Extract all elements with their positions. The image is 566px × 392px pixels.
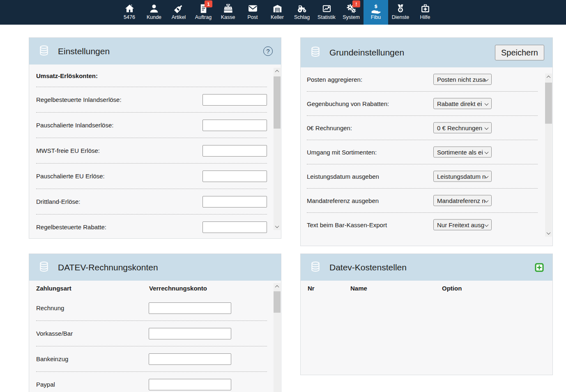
column-header: Nr: [308, 285, 315, 292]
dropdown-select[interactable]: Sortimente als ei: [433, 147, 492, 158]
account-input[interactable]: [202, 221, 267, 233]
settings-select-row: Gegenbuchung von Rabatten: Rabatte direk…: [307, 92, 538, 116]
panel-datev-rechnungskonten-header: DATEV-Rechnungskonten: [29, 254, 281, 281]
dropdown-select[interactable]: Posten nicht zusa: [433, 74, 492, 85]
scrollbar[interactable]: [274, 68, 281, 230]
field-label: Posten aggregieren:: [307, 76, 362, 83]
database-icon: [310, 46, 321, 59]
nav-item-kunde[interactable]: Kunde: [142, 0, 166, 25]
hand-dollar-icon: $: [370, 3, 381, 14]
panel-datev-rechnungskonten: DATEV-Rechnungskonten Zahlungsart Verrec…: [29, 254, 281, 392]
panel-einstellungen-header: Einstellungen ?: [29, 38, 281, 65]
field-label: Umgang mit Sortimenten:: [307, 149, 377, 156]
section-title: Umsatz-Erlöskonten:: [36, 65, 267, 87]
notification-badge: 1: [205, 0, 212, 7]
payment-account-row: Rechnung: [36, 295, 267, 321]
field-label: Pauschalierte EU Erlöse:: [36, 173, 105, 180]
settings-select-row: Leistungsdatum ausgeben Leistungsdatum n: [307, 164, 538, 189]
verrechnungskonto-input[interactable]: [149, 353, 231, 365]
nav-item-label: Hilfe: [420, 14, 430, 20]
add-kostenstelle-button[interactable]: [534, 263, 544, 272]
panel-grundeinstellungen-header: Grundeinstellungen Speichern: [301, 38, 552, 67]
settings-select-row: Mandatreferenz ausgeben Mandatreferenz n: [307, 189, 538, 213]
field-label: Drittland-Erlöse:: [36, 198, 81, 205]
notification-badge: !: [352, 0, 360, 7]
nav-item-system[interactable]: ! System: [339, 0, 364, 25]
warehouse-icon: [272, 3, 283, 14]
panel-title: Einstellungen: [58, 46, 110, 56]
nav-item-artikel[interactable]: Artikel: [166, 0, 191, 25]
nav-item-auftrag[interactable]: 1 Auftrag: [191, 0, 216, 25]
user-icon: [149, 3, 159, 14]
account-input[interactable]: [202, 196, 267, 208]
dropdown-select[interactable]: Rabatte direkt ei: [433, 98, 492, 109]
dropdown-select[interactable]: 0 € Rechnungen: [433, 122, 492, 134]
panel-datev-kostenstellen: Datev-Kostenstellen Nr Name Option: [300, 254, 553, 375]
scroll-up-icon[interactable]: [274, 68, 281, 75]
chevron-down-icon: [485, 101, 489, 106]
field-label: Regelbesteuerte Rabatte:: [36, 224, 106, 231]
nav-item-label: Artikel: [172, 14, 186, 20]
account-input[interactable]: [202, 94, 267, 106]
nav-item-schlag[interactable]: Schlag: [290, 0, 314, 25]
field-label: MWST-freie EU Erlöse:: [36, 147, 100, 154]
nav-item-keller[interactable]: Keller: [265, 0, 290, 25]
chevron-down-icon: [485, 126, 489, 130]
scrollbar-thumb[interactable]: [545, 83, 552, 124]
panel-datev-kostenstellen-header: Datev-Kostenstellen: [301, 254, 552, 281]
scroll-up-icon[interactable]: [274, 283, 281, 290]
account-input[interactable]: [202, 120, 267, 131]
scrollbar-thumb[interactable]: [274, 291, 281, 313]
account-input[interactable]: [202, 145, 267, 157]
verrechnungskonto-input[interactable]: [149, 328, 231, 339]
home-icon: [124, 3, 135, 14]
panel-title: Grundeinstellungen: [329, 48, 404, 58]
mail-icon: [248, 3, 258, 14]
panel-grundeinstellungen: Grundeinstellungen Speichern Posten aggr…: [300, 37, 553, 246]
settings-field-row: Regelbesteuerte Rabatte:: [36, 214, 267, 240]
account-input[interactable]: [202, 171, 267, 182]
scrollbar-thumb[interactable]: [274, 76, 281, 129]
nav-item-hilfe[interactable]: Hilfe: [413, 0, 437, 25]
scrollbar[interactable]: [274, 283, 281, 392]
settings-select-row: 0€ Rechnungen: 0 € Rechnungen: [307, 116, 538, 140]
settings-field-row: Pauschalierte EU Erlöse:: [36, 164, 267, 189]
field-label: Pauschalierte Inlandserlöse:: [36, 122, 113, 129]
field-label: Leistungsdatum ausgeben: [307, 173, 379, 180]
dropdown-select[interactable]: Leistungsdatum n: [433, 171, 492, 182]
nav-item-label: Statistik: [318, 14, 336, 20]
payment-account-row: Bankeinzug: [36, 346, 267, 372]
payment-account-row: Vorkasse/Bar: [36, 321, 267, 346]
column-header: Zahlungsart: [36, 285, 71, 292]
nav-item-label: Auftrag: [195, 14, 212, 20]
scrollbar[interactable]: [545, 74, 552, 237]
nav-item-statistik[interactable]: Statistik: [314, 0, 339, 25]
nav-item-post[interactable]: Post: [240, 0, 265, 25]
nav-item-5476[interactable]: 5476: [117, 0, 142, 25]
nav-item-kasse[interactable]: Kasse: [216, 0, 240, 25]
panel-title: DATEV-Rechnungskonten: [58, 263, 158, 272]
chevron-down-icon: [485, 223, 489, 227]
nav-item-label: Fibu: [371, 14, 381, 20]
column-header: Name: [350, 285, 367, 292]
save-button[interactable]: Speichern: [495, 45, 544, 60]
dropdown-select[interactable]: Nur Freitext ausg: [433, 219, 492, 231]
settings-select-row: Text beim Bar-Kassen-Export Nur Freitext…: [307, 213, 538, 237]
scroll-down-icon[interactable]: [545, 230, 552, 237]
panel-title: Datev-Kostenstellen: [329, 263, 407, 272]
dropdown-select[interactable]: Mandatreferenz n: [433, 195, 492, 206]
nav-item-fibu[interactable]: $ Fibu: [364, 0, 388, 25]
payment-type-label: Rechnung: [36, 304, 64, 311]
nav-item-label: Keller: [271, 14, 284, 20]
database-icon: [310, 261, 321, 274]
verrechnungskonto-input[interactable]: [149, 379, 231, 390]
nav-item-dienste[interactable]: Dienste: [388, 0, 413, 25]
wine-bottle-icon: [174, 3, 184, 14]
payment-type-label: Paypal: [36, 381, 55, 388]
database-icon: [38, 261, 50, 274]
scroll-up-icon[interactable]: [545, 74, 552, 81]
column-header: Option: [442, 285, 462, 292]
help-icon[interactable]: ?: [263, 46, 273, 56]
scroll-down-icon[interactable]: [274, 223, 281, 230]
verrechnungskonto-input[interactable]: [149, 302, 231, 314]
